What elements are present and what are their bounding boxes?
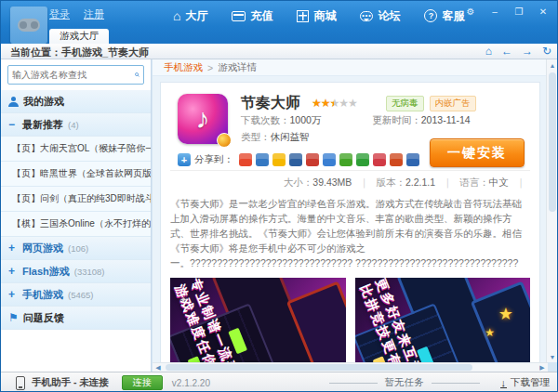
- downloads-row: 下载次数：1000万 更新时间：2013-11-14: [241, 114, 471, 127]
- share-icon-renren[interactable]: [289, 153, 302, 166]
- nav-support[interactable]: ? 客服: [424, 7, 464, 25]
- close-button[interactable]: ✕: [533, 5, 553, 19]
- sidebar-section-recommend[interactable]: − 最新推荐 (4): [1, 113, 151, 137]
- collapse-icon[interactable]: −: [8, 118, 18, 131]
- scroll-up-arrow[interactable]: ▲: [547, 59, 558, 71]
- gamepad-icon: [18, 19, 40, 32]
- app-version: v2.1.2.20: [172, 378, 210, 388]
- nav-forum[interactable]: ••• 论坛: [360, 7, 400, 25]
- expand-icon[interactable]: +: [8, 288, 18, 301]
- status-badge-no-virus: 无病毒: [386, 96, 424, 111]
- share-icon-kaixin[interactable]: [356, 153, 369, 166]
- recommend-count: (4): [68, 120, 79, 130]
- status-bar: 手机助手 - 未连接 连接 v2.1.2.20 暂无任务 ↓ 下载管理: [1, 372, 558, 392]
- mobilegames-count: (5465): [68, 290, 93, 300]
- maximize-button[interactable]: ❐: [509, 5, 529, 19]
- nav-recharge[interactable]: 充值: [232, 7, 272, 25]
- sidebar-game-wenjian[interactable]: 【页】问剑（真正的纯3D即时战斗游戏大作）: [1, 187, 151, 212]
- size-label: 大小：: [284, 176, 313, 188]
- sidebar-game-anheishijie[interactable]: 【页】暗黑世界（全球首款网页版暗黑巨作）: [1, 162, 151, 187]
- sidebar: 我的游戏 − 最新推荐 (4) 【页】大闹天宫OL（猴妹子陪你一战到底） 【页】…: [1, 59, 152, 372]
- sidebar-category-mobilegames[interactable]: + 手机游戏 (5465): [1, 283, 151, 307]
- expand-icon[interactable]: +: [8, 242, 18, 255]
- version-value: 2.2.1.1: [405, 176, 435, 188]
- size-value: 39.43MB: [312, 176, 352, 188]
- breadcrumb-parent[interactable]: 手机游戏: [164, 61, 203, 74]
- share-icon-mail[interactable]: [406, 153, 419, 166]
- version-label: 版本：: [377, 176, 406, 188]
- minimize-button[interactable]: –: [485, 5, 505, 19]
- share-icon-douban[interactable]: [339, 153, 352, 166]
- one-click-install-button[interactable]: 一键安装: [430, 138, 525, 167]
- vertical-scrollbar[interactable]: ▲ ▼: [546, 59, 557, 362]
- window-controls: ⚙ – ❐ ✕: [460, 5, 553, 19]
- current-location: 当前位置：手机游戏_节奏大师: [10, 46, 149, 59]
- search-icon[interactable]: [135, 70, 140, 80]
- connect-button[interactable]: 连接: [122, 375, 163, 390]
- sidebar-category-webgames[interactable]: + 网页游戏 (106): [1, 237, 151, 260]
- search-input[interactable]: [12, 70, 135, 80]
- task-status: 暂无任务: [385, 376, 424, 389]
- expand-icon[interactable]: +: [8, 265, 18, 278]
- share-plus-icon[interactable]: +: [178, 153, 191, 166]
- horizontal-scroll-thumb[interactable]: [166, 364, 472, 371]
- status-badge-embedded-ads: 内嵌广告: [430, 96, 476, 111]
- flashgames-count: (33108): [74, 267, 105, 277]
- breadcrumb-current: 游戏详情: [218, 61, 257, 74]
- share-icon-pengyou[interactable]: [373, 153, 386, 166]
- phone-assistant-status: 手机助手 - 未连接: [32, 376, 109, 389]
- sidebar-game-danaotiangong[interactable]: 【页】大闹天宫OL（猴妹子陪你一战到底）: [1, 137, 151, 162]
- back-icon[interactable]: ←: [501, 45, 512, 58]
- nav-mall-label: 商城: [313, 8, 336, 24]
- star-overlay: ★★★★★: [312, 97, 334, 110]
- home-nav-icon[interactable]: ⌂: [485, 45, 492, 58]
- game-description: 《节奏大师》是一款老少皆宜的绿色音乐游戏。游戏方式在传统敲击音符玩法基础上加入滑…: [170, 196, 530, 270]
- sidebar-item-feedback[interactable]: ⚑ 问题反馈: [1, 307, 151, 330]
- type-row: 类型：休闲益智: [241, 131, 310, 144]
- login-link[interactable]: 登录: [49, 8, 70, 20]
- flag-icon: ⚑: [8, 312, 19, 323]
- app-title: 节奏大师: [241, 94, 300, 113]
- register-link[interactable]: 注册: [84, 8, 104, 20]
- sidebar-item-my-games[interactable]: 我的游戏: [1, 90, 151, 113]
- scroll-down-arrow[interactable]: ▼: [547, 351, 558, 362]
- rating-stars: ★★★★★ ★★★★★: [312, 97, 357, 110]
- horizontal-scrollbar[interactable]: ◀ ▶: [153, 362, 548, 372]
- help-icon: ?: [424, 9, 437, 22]
- badges: 无病毒 内嵌广告: [386, 96, 476, 111]
- card-icon: [232, 11, 246, 21]
- app-icon: ♪: [178, 94, 228, 144]
- feedback-label: 问题反馈: [23, 311, 64, 325]
- music-note-icon: ♪: [196, 103, 210, 135]
- settings-button[interactable]: ⚙: [460, 5, 481, 19]
- app-logo: [10, 7, 47, 44]
- type-label: 类型：: [241, 131, 271, 142]
- share-icon-taobao[interactable]: [390, 153, 403, 166]
- person-icon: [8, 97, 19, 107]
- share-icon-tencent-weibo[interactable]: [256, 153, 269, 166]
- phone-icon: [16, 376, 25, 390]
- mobilegames-label: 手机游戏: [22, 288, 63, 302]
- nav-forum-label: 论坛: [378, 8, 400, 24]
- share-icon-baidu-tieba[interactable]: [323, 153, 336, 166]
- share-icon-sina-weibo[interactable]: [239, 153, 252, 166]
- webgames-label: 网页游戏: [22, 242, 63, 255]
- updated-value: 2013-11-14: [421, 114, 471, 125]
- downloads-value: 1000万: [290, 114, 322, 125]
- forward-icon[interactable]: →: [522, 45, 533, 58]
- download-manager-button[interactable]: ↓ 下载管理: [500, 376, 551, 389]
- share-bar: + 分享到：: [178, 153, 419, 166]
- sidebar-category-flashgames[interactable]: + Flash游戏 (33108): [1, 260, 151, 283]
- vertical-scroll-thumb[interactable]: [549, 72, 556, 212]
- language-value: 中文: [489, 176, 509, 188]
- nav-hall-label: 大厅: [185, 8, 207, 24]
- share-icon-qzone[interactable]: [272, 153, 286, 166]
- share-icon-sohu-weibo[interactable]: [306, 153, 319, 166]
- content-breadcrumb: 手机游戏 > 游戏详情: [153, 59, 548, 76]
- sidebar-game-sanguosha[interactable]: 【棋】三国杀Online（永不打烊的在线桌游）: [1, 212, 151, 237]
- nav-hall[interactable]: ⌂ 大厅: [173, 7, 207, 25]
- tab-game-hall[interactable]: 游戏大厅: [49, 29, 109, 44]
- nav-mall[interactable]: 商城: [297, 7, 336, 25]
- refresh-icon[interactable]: ↻: [542, 45, 551, 58]
- location-bar: 当前位置：手机游戏_节奏大师 ⌂ ← → ↻: [1, 44, 558, 59]
